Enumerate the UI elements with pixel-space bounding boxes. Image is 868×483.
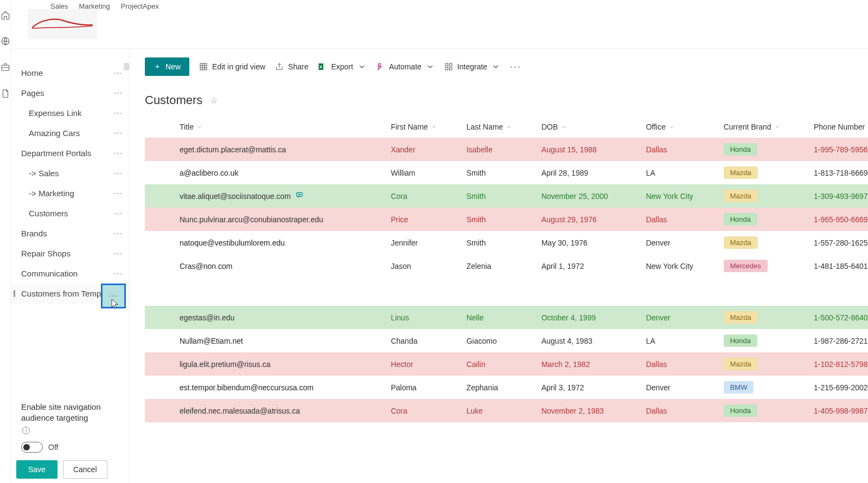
- cell-last: Smith: [462, 161, 537, 184]
- briefcase-icon[interactable]: [0, 62, 11, 73]
- plus-icon: ＋: [154, 62, 161, 72]
- more-commands-icon[interactable]: ···: [510, 61, 521, 73]
- svg-rect-8: [449, 67, 452, 70]
- table-row[interactable]: Nunc.pulvinar.arcu@conubianostraper.eduP…: [145, 208, 868, 231]
- cell-selector[interactable]: [145, 376, 175, 399]
- cell-phone: 1-557-280-1625: [809, 231, 868, 254]
- share-button[interactable]: Share: [275, 62, 308, 71]
- table-row[interactable]: Cras@non.comJasonZeleniaApril 1, 1972New…: [145, 254, 868, 278]
- column-header[interactable]: Title: [175, 117, 386, 138]
- nav-label: Home: [21, 68, 43, 78]
- new-button[interactable]: ＋ New: [145, 57, 189, 76]
- column-header[interactable]: Office: [642, 117, 719, 138]
- cell-selector[interactable]: [145, 352, 175, 376]
- cell-selector[interactable]: [145, 208, 175, 231]
- nav-item[interactable]: Department Portals···: [11, 143, 129, 163]
- nav-item[interactable]: Brands···: [11, 223, 129, 243]
- nav-item-more-icon[interactable]: ···: [112, 209, 125, 218]
- cell-selector[interactable]: [145, 399, 175, 422]
- cell-selector[interactable]: [145, 329, 175, 352]
- globe-icon[interactable]: [0, 36, 11, 47]
- column-header[interactable]: Phone Number: [809, 117, 868, 138]
- cell-selector[interactable]: [145, 306, 175, 329]
- cancel-button[interactable]: Cancel: [63, 460, 107, 479]
- table-row[interactable]: vitae.aliquet@sociisnatoque.com CoraSmit…: [145, 184, 868, 208]
- nav-item-more-icon[interactable]: ···: [112, 169, 125, 178]
- top-tab[interactable]: Marketing: [79, 1, 110, 11]
- nav-item[interactable]: Expenses Link···: [11, 103, 129, 123]
- cell-title: eleifend.nec.malesuada@atrisus.ca: [175, 399, 386, 422]
- column-header[interactable]: [145, 117, 175, 138]
- nav-item[interactable]: Repair Shops···: [11, 243, 129, 263]
- save-button[interactable]: Save: [16, 460, 58, 479]
- cell-selector[interactable]: [145, 231, 175, 254]
- table-row[interactable]: Nullam@Etiam.netChandaGiacomoAugust 4, 1…: [145, 329, 868, 352]
- brand-pill: Mazda: [724, 311, 758, 324]
- column-header[interactable]: Last Name: [462, 117, 537, 138]
- table-row[interactable]: ligula.elit.pretium@risus.caHectorCailin…: [145, 352, 868, 376]
- nav-item-more-icon[interactable]: ···: [112, 129, 125, 138]
- cell-brand: Honda: [719, 138, 809, 161]
- nav-item[interactable]: -> Sales···: [11, 163, 129, 183]
- nav-item-more-icon[interactable]: ···: [112, 249, 125, 258]
- nav-item[interactable]: Home···: [11, 63, 129, 83]
- comment-icon[interactable]: [295, 192, 304, 201]
- file-icon[interactable]: [0, 88, 11, 99]
- nav-item-more-icon[interactable]: ···: [112, 149, 125, 158]
- cell-title: eget.dictum.placerat@mattis.ca: [175, 138, 386, 161]
- table-row[interactable]: eleifend.nec.malesuada@atrisus.caCoraLuk…: [145, 399, 868, 422]
- automate-button[interactable]: Automate: [376, 62, 435, 71]
- site-logo[interactable]: [28, 9, 97, 39]
- command-bar: ＋ New Edit in grid view Share X Export: [130, 49, 868, 81]
- svg-text:X: X: [320, 65, 322, 69]
- brand-pill: Mazda: [724, 166, 758, 179]
- nav-item-more-highlighted[interactable]: ···: [101, 284, 126, 308]
- nav-item-more-icon[interactable]: ···: [112, 89, 125, 98]
- audience-toggle[interactable]: [21, 442, 43, 453]
- cell-selector[interactable]: [145, 254, 175, 278]
- table-row[interactable]: est.tempor.bibendum@neccursusa.comPaloma…: [145, 376, 868, 399]
- cell-brand: Mazda: [719, 306, 809, 329]
- nav-item[interactable]: Amazing Cars···: [11, 123, 129, 143]
- nav-item-more-icon[interactable]: ···: [112, 269, 125, 278]
- table-row[interactable]: eget.dictum.placerat@mattis.caXanderIsab…: [145, 138, 868, 161]
- favorite-star-icon[interactable]: ☆: [210, 95, 218, 106]
- edit-grid-button[interactable]: Edit in grid view: [199, 62, 265, 71]
- nav-item[interactable]: -> Marketing···: [11, 183, 129, 203]
- table-row[interactable]: natoque@vestibulumlorem.eduJenniferSmith…: [145, 231, 868, 254]
- nav-item[interactable]: Customers from Template···: [11, 284, 129, 304]
- nav-item-more-icon[interactable]: ···: [112, 69, 125, 78]
- cell-last: Nelle: [462, 306, 537, 329]
- cell-office: LA: [642, 161, 719, 184]
- cell-dob: October 4, 1999: [537, 306, 642, 329]
- integrate-button[interactable]: Integrate: [444, 62, 500, 71]
- column-header[interactable]: First Name: [386, 117, 462, 138]
- cell-last: Luke: [462, 399, 537, 422]
- nav-item-more-icon[interactable]: ···: [112, 189, 125, 198]
- cell-phone: 1-309-493-9697: [809, 184, 868, 208]
- export-button[interactable]: X Export: [318, 62, 366, 71]
- cell-last: Zelenia: [462, 254, 537, 278]
- brand-pill: BMW: [724, 381, 754, 394]
- info-icon[interactable]: i: [22, 427, 30, 434]
- cell-selector[interactable]: [145, 138, 175, 161]
- top-tab[interactable]: ProjectApex: [121, 1, 159, 11]
- cell-first: Xander: [386, 138, 462, 161]
- table-row[interactable]: egestas@in.eduLinusNelleOctober 4, 1999D…: [145, 306, 868, 329]
- nav-item-more-icon[interactable]: ···: [112, 109, 125, 118]
- top-tab[interactable]: Sales: [50, 1, 68, 11]
- cell-brand: Mazda: [719, 352, 809, 376]
- home-icon[interactable]: [0, 10, 11, 21]
- cell-phone: 1-813-718-6669: [809, 161, 868, 184]
- nav-item-more-icon[interactable]: ···: [112, 229, 125, 238]
- cell-office: Dallas: [642, 352, 719, 376]
- column-header[interactable]: Current Brand: [719, 117, 809, 138]
- nav-item[interactable]: Customers···: [11, 203, 129, 223]
- column-header[interactable]: DOB: [537, 117, 642, 138]
- cell-office: Dallas: [642, 208, 719, 231]
- nav-item[interactable]: Communication···: [11, 263, 129, 284]
- nav-item[interactable]: Pages···: [11, 83, 129, 103]
- cell-selector[interactable]: [145, 184, 175, 208]
- table-row[interactable]: a@aclibero.co.ukWilliamSmithApril 28, 19…: [145, 161, 868, 184]
- cell-selector[interactable]: [145, 161, 175, 184]
